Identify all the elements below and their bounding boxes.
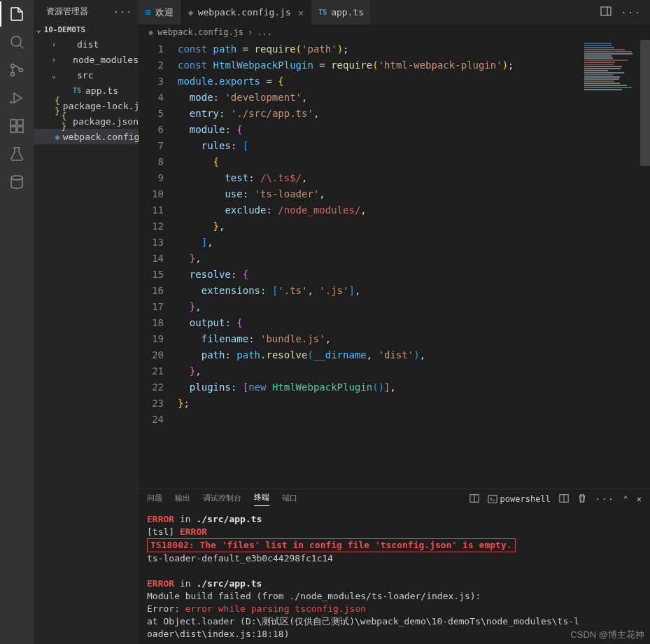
svg-rect-5 (10, 120, 16, 125)
terminal-shell-selector[interactable]: powershell (488, 494, 551, 504)
svg-rect-8 (17, 120, 23, 125)
extensions-icon[interactable] (8, 118, 25, 134)
editor-tab[interactable]: TSapp.ts (311, 0, 372, 24)
activity-bar (0, 0, 34, 644)
terminal-body[interactable]: ERROR in ./src/app.ts[tsl] ERROR TS18002… (139, 509, 650, 644)
line-gutter: 123456789101112131415161718192021222324 (139, 40, 178, 489)
close-panel-icon[interactable]: ✕ (637, 494, 642, 504)
test-icon[interactable] (8, 146, 25, 162)
file-item[interactable]: TSapp.ts (34, 83, 139, 98)
breadcrumb-file: webpack.config.js (157, 27, 243, 37)
svg-rect-7 (17, 127, 23, 132)
search-icon[interactable] (8, 34, 25, 50)
breadcrumb[interactable]: ◈ webpack.config.js › ... (139, 24, 650, 40)
folder-item[interactable]: ›node_modules (34, 52, 139, 67)
file-tree: ›dist›node_modules⌄srcTSapp.ts{ }package… (34, 36, 139, 644)
terminal-tab[interactable]: 问题 (147, 493, 162, 506)
watermark: CSDN @博主花神 (570, 629, 644, 641)
editor-tab[interactable]: ◈webpack.config.js✕ (181, 0, 311, 24)
terminal-tab[interactable]: 调试控制台 (203, 493, 241, 506)
sidebar-title: 资源管理器 (46, 6, 88, 18)
folder-item[interactable]: ›dist (34, 36, 139, 52)
webpack-icon: ◈ (148, 27, 153, 37)
svg-rect-14 (488, 496, 496, 503)
file-item[interactable]: ◈webpack.config.js (34, 129, 139, 144)
svg-point-2 (11, 73, 15, 76)
terminal-tabs: 问题输出调试控制台终端端口 powershell ··· ⌃ ✕ (139, 489, 650, 509)
minimap[interactable] (584, 43, 640, 92)
terminal-tab[interactable]: 端口 (282, 493, 297, 506)
project-name: 10-DEMOTS (44, 25, 86, 34)
editor-tab[interactable]: ⊞欢迎 (139, 0, 181, 24)
sidebar: 资源管理器 ··· ⌄ 10-DEMOTS ›dist›node_modules… (34, 0, 139, 644)
folder-item[interactable]: ⌄src (34, 67, 139, 83)
file-item[interactable]: { }package-lock.json (34, 98, 139, 113)
terminal-more-icon[interactable]: ··· (595, 494, 615, 504)
svg-point-1 (11, 64, 15, 68)
split-editor-icon[interactable] (469, 493, 479, 505)
sidebar-more-icon[interactable]: ··· (113, 7, 133, 17)
file-item[interactable]: { }package.json (34, 113, 139, 129)
code-editor[interactable]: 123456789101112131415161718192021222324 … (139, 40, 650, 489)
chevron-up-icon[interactable]: ⌃ (623, 494, 628, 504)
split-right-icon[interactable] (600, 6, 612, 19)
terminal-tab[interactable]: 输出 (175, 493, 190, 506)
chevron-down-icon: ⌄ (36, 25, 41, 34)
terminal-actions: powershell ··· ⌃ ✕ (469, 493, 642, 505)
svg-point-4 (10, 102, 12, 103)
explorer-icon[interactable] (8, 6, 25, 22)
source-control-icon[interactable] (8, 62, 25, 78)
breadcrumb-more: ... (257, 27, 272, 37)
scrollbar-vertical[interactable] (640, 40, 650, 489)
code-content[interactable]: const path = require('path');const HtmlW… (178, 40, 650, 489)
tab-more-icon[interactable]: ··· (621, 7, 642, 18)
terminal-panel: 问题输出调试控制台终端端口 powershell ··· ⌃ ✕ ERROR i… (139, 489, 650, 644)
split-terminal-icon[interactable] (559, 493, 569, 505)
sidebar-header: 资源管理器 ··· (34, 0, 139, 23)
debug-icon[interactable] (8, 90, 25, 106)
trash-icon[interactable] (577, 493, 587, 505)
tab-bar: ⊞欢迎◈webpack.config.js✕TSapp.ts··· (139, 0, 650, 24)
close-tab-icon[interactable]: ✕ (298, 7, 304, 18)
terminal-tab[interactable]: 终端 (254, 492, 269, 506)
svg-point-9 (11, 176, 22, 180)
project-header[interactable]: ⌄ 10-DEMOTS (34, 23, 139, 36)
ext-db-icon[interactable] (8, 174, 25, 190)
chevron-right-icon: › (248, 27, 253, 37)
svg-point-0 (11, 36, 21, 46)
svg-rect-10 (601, 7, 611, 15)
svg-rect-6 (10, 127, 16, 132)
